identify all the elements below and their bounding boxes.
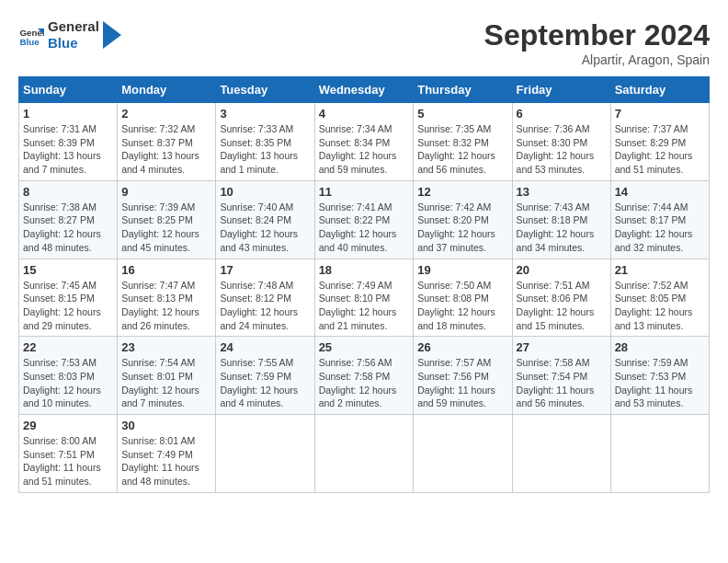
empty-cell xyxy=(610,415,709,493)
calendar-table: SundayMondayTuesdayWednesdayThursdayFrid… xyxy=(18,76,710,493)
day-number: 30 xyxy=(121,419,211,432)
calendar-week-4: 22Sunrise: 7:53 AMSunset: 8:03 PMDayligh… xyxy=(19,337,710,415)
header-day-friday: Friday xyxy=(512,77,610,103)
day-number: 1 xyxy=(23,107,113,121)
day-cell-11: 11Sunrise: 7:41 AMSunset: 8:22 PMDayligh… xyxy=(314,180,414,259)
day-info: Sunrise: 7:31 AMSunset: 8:39 PMDaylight:… xyxy=(23,122,113,177)
header-day-saturday: Saturday xyxy=(610,77,709,103)
day-cell-26: 26Sunrise: 7:57 AMSunset: 7:56 PMDayligh… xyxy=(414,337,512,415)
calendar-week-2: 8Sunrise: 7:38 AMSunset: 8:27 PMDaylight… xyxy=(19,180,710,259)
day-info: Sunrise: 7:49 AMSunset: 8:10 PMDaylight:… xyxy=(319,279,410,333)
day-number: 2 xyxy=(121,107,211,121)
day-info: Sunrise: 7:50 AMSunset: 8:08 PMDaylight:… xyxy=(417,279,507,333)
day-cell-21: 21Sunrise: 7:52 AMSunset: 8:05 PMDayligh… xyxy=(610,259,709,337)
day-cell-27: 27Sunrise: 7:58 AMSunset: 7:54 PMDayligh… xyxy=(512,337,610,415)
day-info: Sunrise: 7:43 AMSunset: 8:18 PMDaylight:… xyxy=(517,201,607,255)
month-title: September 2024 xyxy=(484,18,710,52)
arrow-icon xyxy=(103,21,121,49)
location-subtitle: Alpartir, Aragon, Spain xyxy=(484,52,710,67)
day-cell-5: 5Sunrise: 7:35 AMSunset: 8:32 PMDaylight… xyxy=(414,103,512,181)
header-day-monday: Monday xyxy=(118,77,216,103)
day-cell-24: 24Sunrise: 7:55 AMSunset: 7:59 PMDayligh… xyxy=(216,337,314,415)
day-cell-13: 13Sunrise: 7:43 AMSunset: 8:18 PMDayligh… xyxy=(512,180,610,259)
day-cell-18: 18Sunrise: 7:49 AMSunset: 8:10 PMDayligh… xyxy=(314,259,414,337)
day-number: 15 xyxy=(23,263,113,277)
day-info: Sunrise: 7:35 AMSunset: 8:32 PMDaylight:… xyxy=(417,122,507,177)
day-number: 19 xyxy=(417,263,507,277)
day-number: 9 xyxy=(121,185,211,199)
empty-cell xyxy=(314,415,414,493)
day-number: 5 xyxy=(417,107,507,121)
day-number: 18 xyxy=(319,263,410,277)
svg-text:Blue: Blue xyxy=(19,37,40,47)
day-number: 12 xyxy=(417,185,507,199)
day-cell-7: 7Sunrise: 7:37 AMSunset: 8:29 PMDaylight… xyxy=(610,103,709,181)
day-info: Sunrise: 7:37 AMSunset: 8:29 PMDaylight:… xyxy=(615,122,705,177)
day-number: 4 xyxy=(319,107,410,121)
calendar-week-3: 15Sunrise: 7:45 AMSunset: 8:15 PMDayligh… xyxy=(19,259,710,337)
day-number: 29 xyxy=(23,419,113,432)
day-info: Sunrise: 7:33 AMSunset: 8:35 PMDaylight:… xyxy=(220,122,310,177)
day-info: Sunrise: 7:58 AMSunset: 7:54 PMDaylight:… xyxy=(517,356,607,410)
day-cell-23: 23Sunrise: 7:54 AMSunset: 8:01 PMDayligh… xyxy=(118,337,216,415)
day-info: Sunrise: 7:57 AMSunset: 7:56 PMDaylight:… xyxy=(417,356,507,410)
day-number: 16 xyxy=(121,263,211,277)
day-info: Sunrise: 8:00 AMSunset: 7:51 PMDaylight:… xyxy=(23,434,113,488)
day-number: 23 xyxy=(121,340,211,354)
day-info: Sunrise: 7:47 AMSunset: 8:13 PMDaylight:… xyxy=(121,279,211,333)
day-number: 25 xyxy=(319,340,410,354)
empty-cell xyxy=(216,415,314,493)
day-number: 13 xyxy=(517,185,607,199)
day-cell-14: 14Sunrise: 7:44 AMSunset: 8:17 PMDayligh… xyxy=(610,180,709,259)
day-info: Sunrise: 7:48 AMSunset: 8:12 PMDaylight:… xyxy=(220,279,310,333)
day-number: 27 xyxy=(517,340,607,354)
day-number: 10 xyxy=(220,185,310,199)
day-info: Sunrise: 7:44 AMSunset: 8:17 PMDaylight:… xyxy=(615,201,705,255)
day-info: Sunrise: 7:55 AMSunset: 7:59 PMDaylight:… xyxy=(220,356,310,410)
day-info: Sunrise: 7:36 AMSunset: 8:30 PMDaylight:… xyxy=(517,122,607,177)
day-cell-6: 6Sunrise: 7:36 AMSunset: 8:30 PMDaylight… xyxy=(512,103,610,181)
day-info: Sunrise: 8:01 AMSunset: 7:49 PMDaylight:… xyxy=(121,434,211,488)
day-cell-8: 8Sunrise: 7:38 AMSunset: 8:27 PMDaylight… xyxy=(19,180,118,259)
day-cell-28: 28Sunrise: 7:59 AMSunset: 7:53 PMDayligh… xyxy=(610,337,709,415)
empty-cell xyxy=(512,415,610,493)
logo: General Blue General Blue xyxy=(18,18,121,52)
day-number: 11 xyxy=(319,185,410,199)
logo-icon: General Blue xyxy=(18,22,44,48)
day-info: Sunrise: 7:42 AMSunset: 8:20 PMDaylight:… xyxy=(417,201,507,255)
day-cell-19: 19Sunrise: 7:50 AMSunset: 8:08 PMDayligh… xyxy=(414,259,512,337)
day-number: 7 xyxy=(615,107,705,121)
header-day-wednesday: Wednesday xyxy=(314,77,414,103)
svg-marker-3 xyxy=(103,21,121,49)
calendar-week-1: 1Sunrise: 7:31 AMSunset: 8:39 PMDaylight… xyxy=(19,103,710,181)
day-number: 3 xyxy=(220,107,310,121)
day-cell-22: 22Sunrise: 7:53 AMSunset: 8:03 PMDayligh… xyxy=(19,337,118,415)
day-info: Sunrise: 7:39 AMSunset: 8:25 PMDaylight:… xyxy=(121,201,211,255)
day-info: Sunrise: 7:38 AMSunset: 8:27 PMDaylight:… xyxy=(23,201,113,255)
day-cell-9: 9Sunrise: 7:39 AMSunset: 8:25 PMDaylight… xyxy=(118,180,216,259)
day-cell-30: 30Sunrise: 8:01 AMSunset: 7:49 PMDayligh… xyxy=(118,415,216,493)
day-info: Sunrise: 7:34 AMSunset: 8:34 PMDaylight:… xyxy=(319,122,410,177)
day-cell-29: 29Sunrise: 8:00 AMSunset: 7:51 PMDayligh… xyxy=(19,415,118,493)
day-cell-2: 2Sunrise: 7:32 AMSunset: 8:37 PMDaylight… xyxy=(118,103,216,181)
page-header: General Blue General Blue September 2024… xyxy=(18,18,710,67)
day-cell-25: 25Sunrise: 7:56 AMSunset: 7:58 PMDayligh… xyxy=(314,337,414,415)
day-cell-20: 20Sunrise: 7:51 AMSunset: 8:06 PMDayligh… xyxy=(512,259,610,337)
day-info: Sunrise: 7:40 AMSunset: 8:24 PMDaylight:… xyxy=(220,201,310,255)
day-number: 28 xyxy=(615,340,705,354)
header-day-sunday: Sunday xyxy=(19,77,118,103)
title-block: September 2024 Alpartir, Aragon, Spain xyxy=(484,18,710,67)
day-cell-15: 15Sunrise: 7:45 AMSunset: 8:15 PMDayligh… xyxy=(19,259,118,337)
day-number: 20 xyxy=(517,263,607,277)
day-info: Sunrise: 7:51 AMSunset: 8:06 PMDaylight:… xyxy=(517,279,607,333)
day-info: Sunrise: 7:32 AMSunset: 8:37 PMDaylight:… xyxy=(121,122,211,177)
day-cell-10: 10Sunrise: 7:40 AMSunset: 8:24 PMDayligh… xyxy=(216,180,314,259)
day-info: Sunrise: 7:56 AMSunset: 7:58 PMDaylight:… xyxy=(319,356,410,410)
empty-cell xyxy=(414,415,512,493)
header-day-thursday: Thursday xyxy=(414,77,512,103)
day-cell-17: 17Sunrise: 7:48 AMSunset: 8:12 PMDayligh… xyxy=(216,259,314,337)
calendar-body: 1Sunrise: 7:31 AMSunset: 8:39 PMDaylight… xyxy=(19,103,710,493)
day-info: Sunrise: 7:54 AMSunset: 8:01 PMDaylight:… xyxy=(121,356,211,410)
day-info: Sunrise: 7:59 AMSunset: 7:53 PMDaylight:… xyxy=(615,356,705,410)
day-cell-3: 3Sunrise: 7:33 AMSunset: 8:35 PMDaylight… xyxy=(216,103,314,181)
